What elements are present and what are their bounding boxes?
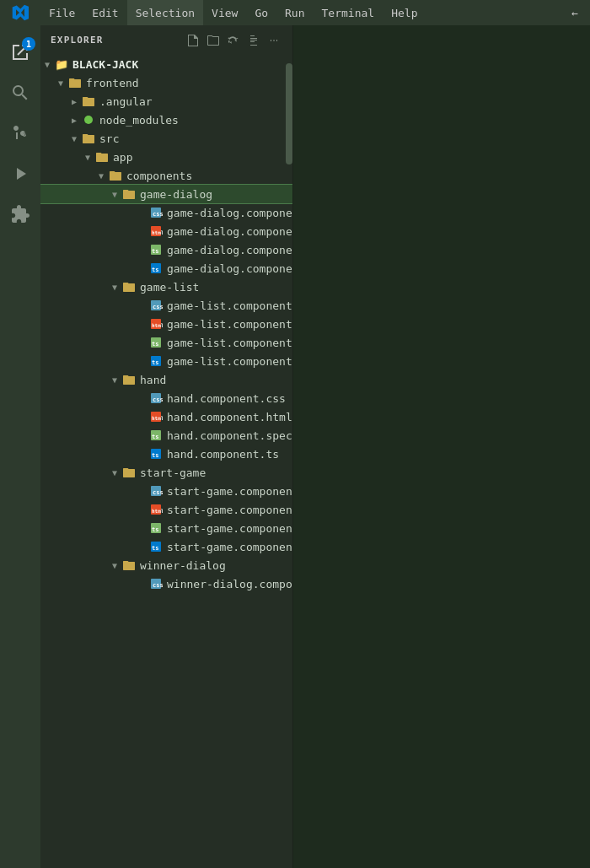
game-list-folder-icon [121, 279, 137, 294]
activity-extensions[interactable] [0, 194, 40, 235]
frontend-folder-icon [67, 75, 83, 90]
tree-item-winner-dialog-css[interactable]: ▶ css winner-dialog.component.css [40, 574, 292, 593]
tree-item-hand-ts[interactable]: ▶ ts hand.component.ts [40, 445, 292, 463]
tree-item-game-list[interactable]: ▼ game-list [40, 278, 292, 296]
menu-file[interactable]: File [40, 0, 83, 25]
frontend-arrow: ▼ [54, 76, 67, 89]
activity-source-control[interactable] [0, 113, 40, 154]
svg-text:html: html [152, 229, 163, 235]
refresh-button[interactable] [225, 32, 242, 49]
hand-folder-icon [121, 372, 137, 387]
new-folder-button[interactable] [205, 32, 222, 49]
ts-file-icon-3: ts [148, 446, 164, 461]
angular-label: .angular [99, 95, 153, 108]
src-folder-icon [81, 131, 96, 146]
src-arrow: ▼ [67, 132, 81, 145]
css-file-icon-3: css [148, 391, 164, 406]
project-folder-icon: 📁 [54, 57, 69, 72]
svg-text:ts: ts [152, 267, 158, 273]
tree-item-game-dialog-ts[interactable]: ▶ ts game-dialog.component.ts [40, 259, 292, 278]
tree-item-node-modules[interactable]: ▶ node_modules [40, 111, 292, 129]
angular-arrow: ▶ [67, 94, 81, 108]
tree-item-components[interactable]: ▼ components [40, 166, 292, 185]
menu-edit[interactable]: Edit [83, 0, 126, 25]
new-file-button[interactable] [185, 32, 201, 49]
game-list-html-label: game-list.component.html [167, 318, 292, 331]
winner-dialog-folder-icon [121, 558, 137, 573]
collapse-all-button[interactable] [245, 32, 262, 49]
tree-item-hand-css[interactable]: ▶ css hand.component.css [40, 389, 292, 407]
tree-item-start-game-css[interactable]: ▶ css start-game.component.css [40, 482, 292, 500]
tree-item-game-list-css[interactable]: ▶ css game-list.component.css [40, 296, 292, 315]
components-arrow: ▼ [94, 169, 108, 182]
src-label: src [99, 132, 119, 145]
svg-point-0 [84, 116, 93, 124]
menu-view[interactable]: View [203, 0, 246, 25]
game-dialog-spec-label: game-dialog.component.spec.ts [167, 244, 292, 256]
tree-item-angular[interactable]: ▶ .angular [40, 92, 292, 111]
start-game-ts-label: start-game.component.ts [167, 541, 292, 553]
svg-text:ts: ts [152, 526, 158, 533]
menu-selection[interactable]: Selection [127, 0, 203, 25]
tree-item-game-dialog-spec[interactable]: ▶ ts game-dialog.component.spec.ts [40, 240, 292, 259]
hand-spec-label: hand.component.spec.ts [167, 429, 292, 442]
scrollbar-track[interactable] [286, 55, 292, 868]
tree-item-start-game-html[interactable]: ▶ html start-game.component.html [40, 500, 292, 519]
menu-help[interactable]: Help [383, 0, 426, 25]
html-file-icon-2: html [148, 316, 164, 332]
game-dialog-folder-icon [121, 186, 137, 202]
svg-text:css: css [153, 489, 163, 496]
tree-item-game-dialog-html[interactable]: ▶ html game-dialog.component.html [40, 222, 292, 240]
winner-dialog-label: winner-dialog [140, 559, 226, 572]
tree-item-winner-dialog[interactable]: ▼ winner-dialog [40, 556, 292, 574]
svg-text:css: css [153, 304, 163, 310]
tree-item-game-dialog-css[interactable]: ▶ css game-dialog.component.css [40, 203, 292, 222]
tree-item-src[interactable]: ▼ src [40, 129, 292, 148]
tree-item-hand-html[interactable]: ▶ html hand.component.html [40, 407, 292, 426]
explorer-badge: 1 [22, 37, 35, 51]
game-dialog-ts-label: game-dialog.component.ts [167, 262, 292, 275]
tree-item-start-game-spec[interactable]: ▶ ts start-game.component.spec.ts [40, 519, 292, 537]
menu-terminal[interactable]: Terminal [314, 0, 384, 25]
hand-css-label: hand.component.css [167, 392, 286, 405]
ts-file-icon-4: ts [148, 539, 164, 554]
tree-item-game-list-ts[interactable]: ▶ ts game-list.component.ts [40, 352, 292, 370]
start-game-folder-icon [121, 465, 137, 480]
tree-item-start-game[interactable]: ▼ start-game [40, 463, 292, 482]
activity-explorer[interactable]: 1 [0, 32, 40, 73]
more-actions-button[interactable] [266, 32, 282, 49]
html-file-icon-3: html [148, 409, 164, 424]
game-dialog-arrow: ▼ [108, 187, 121, 201]
start-game-arrow: ▼ [108, 466, 121, 479]
ts-file-icon-1: ts [148, 261, 164, 276]
start-game-spec-label: start-game.component.spec.ts [167, 522, 292, 535]
tree-item-app[interactable]: ▼ app [40, 148, 292, 166]
project-root[interactable]: ▼ 📁 BLACK-JACK [40, 55, 292, 73]
hand-html-label: hand.component.html [167, 411, 292, 423]
tree-item-start-game-ts[interactable]: ▶ ts start-game.component.ts [40, 537, 292, 556]
activity-run[interactable] [0, 154, 40, 194]
tree-item-game-dialog[interactable]: ▼ game-dialog [40, 185, 292, 203]
spec-file-icon-1: ts [148, 242, 164, 257]
menu-go[interactable]: Go [246, 0, 276, 25]
svg-text:css: css [153, 211, 163, 218]
app-folder-icon [94, 149, 110, 164]
menu-run[interactable]: Run [276, 0, 313, 25]
tree-item-frontend[interactable]: ▼ frontend [40, 73, 292, 92]
components-folder-icon [108, 168, 123, 183]
spec-file-icon-4: ts [148, 520, 164, 536]
css-file-icon-5: css [148, 576, 164, 591]
project-label: BLACK-JACK [72, 58, 138, 71]
svg-text:html: html [152, 508, 163, 514]
back-button[interactable]: ← [560, 0, 590, 25]
activity-search[interactable] [0, 73, 40, 113]
node-modules-arrow: ▶ [67, 113, 81, 127]
game-dialog-css-label: game-dialog.component.css [167, 207, 292, 219]
tree-item-game-list-spec[interactable]: ▶ ts game-list.component.spec.ts [40, 333, 292, 352]
scrollbar-thumb[interactable] [286, 63, 292, 164]
project-arrow: ▼ [40, 57, 54, 71]
spec-file-icon-2: ts [148, 335, 164, 350]
tree-item-game-list-html[interactable]: ▶ html game-list.component.html [40, 315, 292, 333]
tree-item-hand-spec[interactable]: ▶ ts hand.component.spec.ts [40, 426, 292, 445]
tree-item-hand[interactable]: ▼ hand [40, 370, 292, 389]
